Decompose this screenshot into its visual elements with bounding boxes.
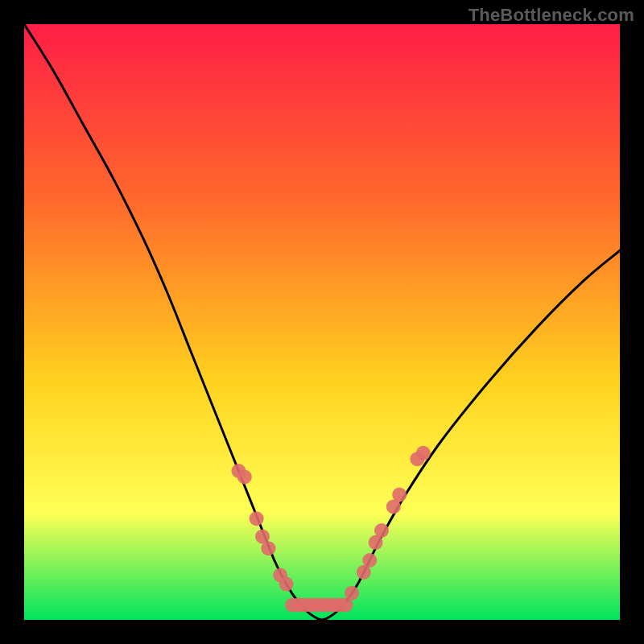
watermark-text: TheBottleneck.com (469, 5, 634, 26)
data-point (261, 541, 275, 555)
data-point (362, 553, 377, 568)
chart-svg (24, 24, 620, 620)
data-point (345, 586, 359, 601)
data-point (279, 577, 294, 592)
data-point (250, 511, 264, 526)
data-point (392, 488, 407, 502)
gradient-background (24, 24, 620, 620)
chart-frame: TheBottleneck.com (0, 0, 644, 644)
data-point (374, 523, 389, 538)
data-point (416, 446, 431, 460)
plot-area (24, 24, 620, 620)
data-point (237, 469, 252, 484)
